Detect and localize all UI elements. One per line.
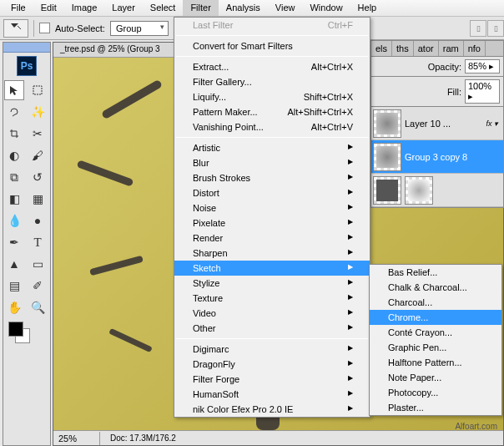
history-brush-tool[interactable]: ↺ xyxy=(28,167,48,187)
menu-item-dragonfly[interactable]: DragonFly▶ xyxy=(174,357,370,372)
menu-item-blur[interactable]: Blur▶ xyxy=(174,155,370,170)
align-btn[interactable]: ▯ xyxy=(487,20,504,37)
submenu-item-charcoal-[interactable]: Charcoal... xyxy=(370,295,501,310)
menu-item-pixelate[interactable]: Pixelate▶ xyxy=(174,215,370,231)
gradient-tool[interactable]: ▦ xyxy=(28,189,48,209)
type-tool[interactable]: T xyxy=(28,232,48,252)
sketch-submenu: Bas Relief...Chalk & Charcoal...Charcoal… xyxy=(369,264,502,416)
fill-label: Fill: xyxy=(447,87,461,97)
menu-item-distort[interactable]: Distort▶ xyxy=(174,185,370,200)
opacity-field[interactable]: 85% ▸ xyxy=(465,59,500,73)
menu-item-stylize[interactable]: Stylize▶ xyxy=(174,276,370,291)
menu-item-digimarc[interactable]: Digimarc▶ xyxy=(174,342,370,357)
menu-layer[interactable]: Layer xyxy=(104,0,143,16)
brush-tool[interactable]: 🖌 xyxy=(28,145,48,165)
eyedropper-tool[interactable]: ✐ xyxy=(28,276,48,296)
slice-tool[interactable]: ✂ xyxy=(28,124,48,144)
menu-item-sharpen[interactable]: Sharpen▶ xyxy=(174,246,370,261)
panel-tab[interactable]: nfo xyxy=(464,41,486,56)
menu-item-filter-gallery-[interactable]: Filter Gallery... xyxy=(174,74,370,89)
panel-tab[interactable]: ator xyxy=(414,41,439,56)
menu-item-vanishing-point-[interactable]: Vanishing Point...Alt+Ctrl+V xyxy=(174,119,370,134)
tool-preset-picker[interactable] xyxy=(3,19,28,38)
submenu-item-graphic-pen-[interactable]: Graphic Pen... xyxy=(370,340,501,355)
crop-tool[interactable] xyxy=(4,124,24,144)
submenu-item-plaster-[interactable]: Plaster... xyxy=(370,400,501,415)
menu-item-extract-[interactable]: Extract...Alt+Ctrl+X xyxy=(174,59,370,74)
menu-item-texture[interactable]: Texture▶ xyxy=(174,291,370,306)
menu-file[interactable]: File xyxy=(3,0,33,16)
menu-analysis[interactable]: Analysis xyxy=(219,0,268,16)
layers-panel: Layer 10 ...fx ▾Group 3 copy 8 xyxy=(370,107,504,208)
menu-help[interactable]: Help xyxy=(350,0,385,16)
panel-tab[interactable]: ths xyxy=(392,41,414,56)
filter-menu: Last FilterCtrl+FConvert for Smart Filte… xyxy=(174,17,370,418)
menu-item-video[interactable]: Video▶ xyxy=(174,306,370,321)
menu-item-render[interactable]: Render▶ xyxy=(174,231,370,246)
layer-thumbnail[interactable] xyxy=(373,109,401,138)
layer-thumbnail[interactable] xyxy=(405,176,433,205)
panel-tab[interactable]: els xyxy=(371,41,392,56)
right-panels: elsthsatorramnfo Opacity: 85% ▸ Fill: 10… xyxy=(370,40,504,208)
zoom-tool[interactable]: 🔍 xyxy=(28,297,48,317)
marquee-tool[interactable] xyxy=(28,80,48,100)
hand-tool[interactable]: ✋ xyxy=(4,297,24,317)
path-selection-tool[interactable]: ▲ xyxy=(4,254,24,274)
layer-row[interactable]: Group 3 copy 8 xyxy=(371,140,503,174)
menu-image[interactable]: Image xyxy=(64,0,105,16)
menu-item-humansoft[interactable]: HumanSoft▶ xyxy=(174,387,370,402)
menu-view[interactable]: View xyxy=(268,0,303,16)
panel-tabs: elsthsatorramnfo xyxy=(370,40,504,57)
layer-row[interactable]: Layer 10 ...fx ▾ xyxy=(371,107,503,140)
menu-edit[interactable]: Edit xyxy=(33,0,64,16)
submenu-item-cont-crayon-[interactable]: Conté Crayon... xyxy=(370,325,501,340)
submenu-item-halftone-pattern-[interactable]: Halftone Pattern... xyxy=(370,355,501,370)
menu-item-last-filter: Last FilterCtrl+F xyxy=(174,18,370,33)
fill-field[interactable]: 100% ▸ xyxy=(465,79,500,104)
notes-tool[interactable]: ▤ xyxy=(4,276,24,296)
menu-item-nik-color-efex-pro-2-0-ie[interactable]: nik Color Efex Pro 2.0 IE▶ xyxy=(174,402,370,417)
menu-item-filter-forge[interactable]: Filter Forge▶ xyxy=(174,372,370,387)
healing-brush-tool[interactable]: ◐ xyxy=(4,145,24,165)
menubar: FileEditImageLayerSelectFilterAnalysisVi… xyxy=(0,0,504,17)
menu-item-sketch[interactable]: Sketch▶ xyxy=(174,261,370,276)
shape-tool[interactable]: ▭ xyxy=(28,254,48,274)
auto-select-dropdown[interactable]: Group xyxy=(110,21,169,36)
layer-thumbnail[interactable] xyxy=(373,176,401,205)
eraser-tool[interactable]: ◧ xyxy=(4,189,24,209)
layer-thumbnail[interactable] xyxy=(373,143,401,171)
menu-filter[interactable]: Filter xyxy=(183,0,218,16)
submenu-item-chalk-charcoal-[interactable]: Chalk & Charcoal... xyxy=(370,280,501,295)
lasso-tool[interactable] xyxy=(4,102,24,122)
zoom-level-field[interactable]: 25% xyxy=(53,432,100,445)
menu-item-noise[interactable]: Noise▶ xyxy=(174,200,370,215)
auto-select-checkbox[interactable] xyxy=(39,23,50,33)
align-btn[interactable]: ▯ xyxy=(470,20,486,37)
layer-row[interactable] xyxy=(371,174,503,207)
menu-item-artistic[interactable]: Artistic▶ xyxy=(174,140,370,155)
menu-item-pattern-maker-[interactable]: Pattern Maker...Alt+Shift+Ctrl+X xyxy=(174,104,370,119)
clone-stamp-tool[interactable]: ⧉ xyxy=(4,167,24,187)
move-tool[interactable] xyxy=(4,80,24,100)
panel-tab[interactable]: ram xyxy=(439,41,464,56)
menu-select[interactable]: Select xyxy=(143,0,184,16)
blur-tool[interactable]: 💧 xyxy=(4,210,24,231)
palette-drag-bar[interactable] xyxy=(3,43,50,53)
menu-item-other[interactable]: Other▶ xyxy=(174,321,370,336)
magic-wand-tool[interactable]: ✨ xyxy=(28,102,48,122)
auto-select-label: Auto-Select: xyxy=(55,23,105,33)
menu-item-brush-strokes[interactable]: Brush Strokes▶ xyxy=(174,170,370,185)
foreground-color[interactable] xyxy=(8,322,23,337)
submenu-item-chrome-[interactable]: Chrome... xyxy=(370,310,501,325)
dodge-tool[interactable]: ● xyxy=(28,210,48,231)
color-swatches[interactable] xyxy=(3,318,50,348)
menu-item-liquify-[interactable]: Liquify...Shift+Ctrl+X xyxy=(174,89,370,104)
menu-item-convert-for-smart-filters[interactable]: Convert for Smart Filters xyxy=(174,38,370,53)
align-buttons: ▯ ▯ xyxy=(470,20,504,37)
submenu-item-bas-relief-[interactable]: Bas Relief... xyxy=(370,265,501,280)
submenu-item-photocopy-[interactable]: Photocopy... xyxy=(370,385,501,400)
fx-indicator[interactable]: fx ▾ xyxy=(486,119,501,128)
menu-window[interactable]: Window xyxy=(302,0,350,16)
submenu-item-note-paper-[interactable]: Note Paper... xyxy=(370,370,501,385)
pen-tool[interactable]: ✒ xyxy=(4,232,24,252)
